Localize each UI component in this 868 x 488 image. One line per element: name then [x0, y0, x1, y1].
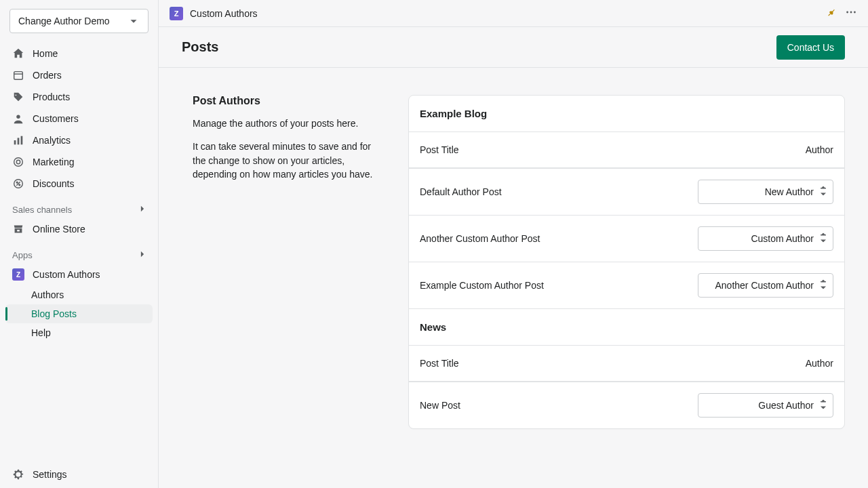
author-select[interactable]: Custom Author — [698, 226, 833, 251]
svg-point-1 — [16, 115, 20, 119]
more-icon[interactable] — [845, 6, 857, 20]
author-select-value: Custom Author — [751, 233, 814, 244]
svg-point-9 — [19, 184, 20, 186]
target-icon — [12, 156, 24, 168]
section-label: Apps — [12, 250, 33, 260]
select-caret-icon — [820, 280, 827, 291]
post-row: New PostGuest Author — [409, 382, 844, 428]
author-select-value: New Author — [765, 186, 814, 197]
section-label: Sales channels — [12, 205, 72, 215]
analytics-icon — [12, 134, 24, 146]
topbar-title: Custom Authors — [190, 8, 258, 19]
person-icon — [12, 113, 24, 125]
subnav-authors[interactable]: Authors — [31, 285, 158, 304]
select-caret-icon — [820, 233, 827, 245]
section-apps: Apps — [0, 240, 158, 264]
posts-card: Example BlogPost TitleAuthorDefault Auth… — [408, 95, 845, 429]
post-title-cell: Default Author Post — [420, 186, 690, 197]
nav-app-custom-authors[interactable]: Z Custom Authors — [0, 264, 158, 285]
author-select-value: Guest Author — [758, 400, 814, 411]
nav-label: Marketing — [33, 157, 74, 167]
sidebar: Change Author Demo Home Orders Products … — [0, 0, 159, 488]
post-title-cell: Example Custom Author Post — [420, 280, 690, 291]
svg-point-10 — [846, 12, 848, 14]
main: Z Custom Authors Posts Contact Us Post A… — [159, 0, 868, 488]
post-row: Another Custom Author PostCustom Author — [409, 215, 844, 262]
post-row: Default Author PostNew Author — [409, 168, 844, 215]
author-select[interactable]: New Author — [698, 180, 833, 204]
tag-icon — [12, 91, 24, 103]
nav-label: Custom Authors — [33, 269, 100, 280]
nav-marketing[interactable]: Marketing — [0, 151, 158, 173]
author-select[interactable]: Another Custom Author — [698, 273, 833, 298]
store-switcher-label: Change Author Demo — [18, 16, 127, 26]
post-title-cell: Another Custom Author Post — [420, 233, 690, 244]
svg-rect-3 — [18, 138, 20, 144]
orders-icon — [12, 69, 24, 81]
nav-products[interactable]: Products — [0, 86, 158, 108]
nav-label: Home — [33, 48, 58, 59]
section-heading: Post Authors — [193, 95, 382, 107]
page-title: Posts — [182, 39, 218, 55]
nav-label: Settings — [33, 469, 67, 480]
svg-point-12 — [854, 12, 856, 14]
col-header-post: Post Title — [420, 144, 806, 155]
svg-point-6 — [16, 160, 20, 163]
chevron-right-icon[interactable] — [138, 204, 147, 216]
column-header-row: Post TitleAuthor — [409, 345, 844, 382]
svg-rect-0 — [14, 72, 23, 80]
section-desc-1: Manage the authors of your posts here. — [193, 117, 382, 130]
nav-label: Discounts — [33, 178, 74, 189]
post-title-cell: New Post — [420, 400, 690, 411]
contact-us-button[interactable]: Contact Us — [776, 35, 845, 60]
chevron-right-icon[interactable] — [138, 249, 147, 261]
nav-label: Orders — [33, 70, 62, 81]
primary-nav: Home Orders Products Customers Analytics… — [0, 40, 158, 195]
nav-online-store[interactable]: Online Store — [0, 218, 158, 240]
nav-label: Online Store — [33, 224, 85, 235]
section-sales-channels: Sales channels — [0, 195, 158, 218]
app-icon: Z — [12, 268, 24, 281]
nav-home[interactable]: Home — [0, 43, 158, 64]
svg-point-8 — [16, 182, 18, 183]
app-badge-icon: Z — [170, 7, 183, 20]
nav-analytics[interactable]: Analytics — [0, 129, 158, 151]
store-icon — [12, 223, 24, 235]
blog-section: Example BlogPost TitleAuthorDefault Auth… — [409, 96, 844, 308]
nav-label: Customers — [33, 113, 79, 124]
section-desc-2: It can take several minutes to save and … — [193, 140, 382, 181]
nav-customers[interactable]: Customers — [0, 108, 158, 129]
caret-down-icon — [127, 15, 140, 27]
subnav-help[interactable]: Help — [31, 323, 158, 342]
svg-rect-4 — [21, 136, 23, 145]
col-header-author: Author — [806, 358, 833, 369]
pin-icon[interactable] — [826, 7, 837, 20]
column-header-row: Post TitleAuthor — [409, 131, 844, 168]
blog-title: Example Blog — [409, 96, 844, 131]
blog-title: News — [409, 309, 844, 345]
content: Post Authors Manage the authors of your … — [159, 68, 868, 488]
discount-icon — [12, 178, 24, 190]
page-header: Posts Contact Us — [159, 27, 868, 68]
nav-orders[interactable]: Orders — [0, 64, 158, 86]
author-select-value: Another Custom Author — [715, 280, 814, 291]
col-header-post: Post Title — [420, 358, 806, 369]
home-icon — [12, 47, 24, 60]
nav-label: Products — [33, 92, 70, 102]
svg-point-5 — [14, 158, 23, 167]
nav-label: Analytics — [33, 135, 71, 146]
select-caret-icon — [820, 186, 827, 198]
subnav-blog-posts[interactable]: Blog Posts — [5, 304, 153, 323]
select-caret-icon — [820, 400, 827, 411]
topbar: Z Custom Authors — [159, 0, 868, 27]
post-row: Example Custom Author PostAnother Custom… — [409, 262, 844, 308]
author-select[interactable]: Guest Author — [698, 393, 833, 418]
store-switcher[interactable]: Change Author Demo — [9, 9, 149, 33]
nav-settings[interactable]: Settings — [0, 461, 158, 488]
col-header-author: Author — [806, 144, 833, 155]
gear-icon — [12, 468, 24, 481]
svg-rect-2 — [14, 140, 16, 144]
app-subnav: Authors Blog Posts Help — [0, 285, 158, 342]
nav-discounts[interactable]: Discounts — [0, 173, 158, 195]
svg-point-11 — [850, 12, 852, 14]
